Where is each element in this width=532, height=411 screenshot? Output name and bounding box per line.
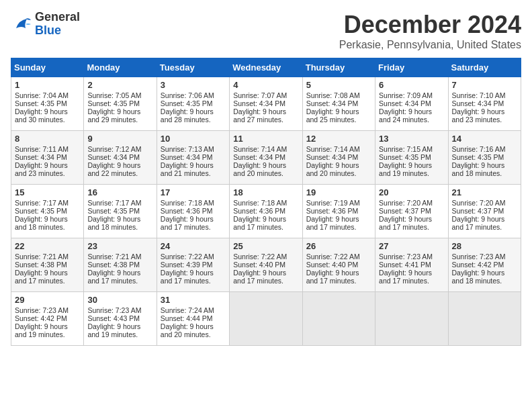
calendar-cell: 25Sunrise: 7:22 AMSunset: 4:40 PMDayligh… <box>230 238 302 292</box>
day-number: 25 <box>233 241 298 251</box>
sunrise-text: Sunrise: 7:07 AM <box>233 91 298 99</box>
page-header: General Blue December 2024 Perkasie, Pen… <box>11 11 521 51</box>
day-number: 31 <box>161 295 226 305</box>
sunrise-text: Sunrise: 7:20 AM <box>452 199 517 207</box>
sunset-text: Sunset: 4:39 PM <box>161 261 226 269</box>
day-number: 7 <box>452 80 517 90</box>
daylight-text: Daylight: 9 hours and 17 minutes. <box>161 269 226 285</box>
calendar-cell <box>230 292 302 346</box>
day-header-saturday: Saturday <box>448 58 521 77</box>
sunrise-text: Sunrise: 7:23 AM <box>379 253 444 261</box>
sunset-text: Sunset: 4:35 PM <box>161 99 226 107</box>
daylight-text: Daylight: 9 hours and 18 minutes. <box>15 215 80 231</box>
sunset-text: Sunset: 4:35 PM <box>87 99 152 107</box>
sunrise-text: Sunrise: 7:12 AM <box>87 145 152 153</box>
sunset-text: Sunset: 4:34 PM <box>306 153 371 161</box>
day-number: 22 <box>15 241 80 251</box>
daylight-text: Daylight: 9 hours and 28 minutes. <box>161 107 226 124</box>
sunrise-text: Sunrise: 7:22 AM <box>233 253 298 261</box>
calendar-cell: 16Sunrise: 7:17 AMSunset: 4:35 PMDayligh… <box>84 185 157 238</box>
calendar-cell <box>448 292 521 346</box>
sunset-text: Sunset: 4:36 PM <box>306 207 371 215</box>
day-number: 12 <box>306 134 371 144</box>
day-header-tuesday: Tuesday <box>157 58 229 77</box>
calendar-cell: 20Sunrise: 7:20 AMSunset: 4:37 PMDayligh… <box>375 185 448 238</box>
day-number: 14 <box>452 134 517 144</box>
sunset-text: Sunset: 4:34 PM <box>306 99 371 107</box>
calendar-cell: 1Sunrise: 7:04 AMSunset: 4:35 PMDaylight… <box>11 77 84 131</box>
calendar-cell: 27Sunrise: 7:23 AMSunset: 4:41 PMDayligh… <box>375 238 448 292</box>
daylight-text: Daylight: 9 hours and 18 minutes. <box>87 215 152 231</box>
calendar-cell: 9Sunrise: 7:12 AMSunset: 4:34 PMDaylight… <box>84 131 157 185</box>
logo-line2: Blue <box>35 24 61 37</box>
calendar-cell: 15Sunrise: 7:17 AMSunset: 4:35 PMDayligh… <box>11 185 84 238</box>
sunrise-text: Sunrise: 7:14 AM <box>233 145 298 153</box>
sunset-text: Sunset: 4:42 PM <box>452 261 517 269</box>
sunset-text: Sunset: 4:34 PM <box>379 99 444 107</box>
calendar-cell: 8Sunrise: 7:11 AMSunset: 4:34 PMDaylight… <box>11 131 84 185</box>
daylight-text: Daylight: 9 hours and 17 minutes. <box>15 269 80 285</box>
daylight-text: Daylight: 9 hours and 17 minutes. <box>233 215 298 231</box>
sunrise-text: Sunrise: 7:15 AM <box>379 145 444 153</box>
daylight-text: Daylight: 9 hours and 17 minutes. <box>379 215 444 231</box>
calendar-cell: 31Sunrise: 7:24 AMSunset: 4:44 PMDayligh… <box>157 292 229 346</box>
calendar-week-1: 1Sunrise: 7:04 AMSunset: 4:35 PMDaylight… <box>11 77 521 131</box>
calendar-cell <box>302 292 375 346</box>
day-number: 27 <box>379 241 444 251</box>
daylight-text: Daylight: 9 hours and 19 minutes. <box>87 322 152 338</box>
daylight-text: Daylight: 9 hours and 19 minutes. <box>379 161 444 177</box>
day-number: 16 <box>87 187 152 197</box>
calendar-cell: 10Sunrise: 7:13 AMSunset: 4:34 PMDayligh… <box>157 131 229 185</box>
daylight-text: Daylight: 9 hours and 22 minutes. <box>87 161 152 177</box>
day-number: 3 <box>161 80 226 90</box>
day-header-friday: Friday <box>375 58 448 77</box>
calendar-cell: 17Sunrise: 7:18 AMSunset: 4:36 PMDayligh… <box>157 185 229 238</box>
day-number: 24 <box>161 241 226 251</box>
logo-bird-icon <box>11 15 32 34</box>
calendar-cell: 11Sunrise: 7:14 AMSunset: 4:34 PMDayligh… <box>230 131 302 185</box>
calendar-cell: 5Sunrise: 7:08 AMSunset: 4:34 PMDaylight… <box>302 77 375 131</box>
sunset-text: Sunset: 4:37 PM <box>379 207 444 215</box>
sunset-text: Sunset: 4:44 PM <box>161 314 226 322</box>
sunset-text: Sunset: 4:36 PM <box>161 207 226 215</box>
day-number: 4 <box>233 80 298 90</box>
daylight-text: Daylight: 9 hours and 20 minutes. <box>233 161 298 177</box>
sunset-text: Sunset: 4:37 PM <box>452 207 517 215</box>
day-number: 2 <box>87 80 152 90</box>
daylight-text: Daylight: 9 hours and 17 minutes. <box>379 269 444 285</box>
sunset-text: Sunset: 4:41 PM <box>379 261 444 269</box>
day-number: 30 <box>87 295 152 305</box>
sunset-text: Sunset: 4:42 PM <box>15 314 80 322</box>
calendar-cell: 14Sunrise: 7:16 AMSunset: 4:35 PMDayligh… <box>448 131 521 185</box>
day-number: 21 <box>452 187 517 197</box>
sunrise-text: Sunrise: 7:06 AM <box>161 91 226 99</box>
sunrise-text: Sunrise: 7:05 AM <box>87 91 152 99</box>
daylight-text: Daylight: 9 hours and 23 minutes. <box>15 161 80 177</box>
sunrise-text: Sunrise: 7:21 AM <box>87 253 152 261</box>
day-number: 1 <box>15 80 80 90</box>
logo-text: General Blue <box>35 11 80 38</box>
sunrise-text: Sunrise: 7:16 AM <box>452 145 517 153</box>
sunset-text: Sunset: 4:36 PM <box>233 207 298 215</box>
day-number: 6 <box>379 80 444 90</box>
daylight-text: Daylight: 9 hours and 20 minutes. <box>161 322 226 338</box>
daylight-text: Daylight: 9 hours and 29 minutes. <box>87 107 152 124</box>
daylight-text: Daylight: 9 hours and 20 minutes. <box>306 161 371 177</box>
day-number: 8 <box>15 134 80 144</box>
sunset-text: Sunset: 4:35 PM <box>15 207 80 215</box>
month-title: December 2024 <box>339 11 521 39</box>
day-number: 26 <box>306 241 371 251</box>
calendar-cell: 13Sunrise: 7:15 AMSunset: 4:35 PMDayligh… <box>375 131 448 185</box>
calendar-cell: 6Sunrise: 7:09 AMSunset: 4:34 PMDaylight… <box>375 77 448 131</box>
daylight-text: Daylight: 9 hours and 30 minutes. <box>15 107 80 124</box>
calendar-cell <box>375 292 448 346</box>
daylight-text: Daylight: 9 hours and 19 minutes. <box>15 322 80 338</box>
sunrise-text: Sunrise: 7:21 AM <box>15 253 80 261</box>
calendar-week-4: 22Sunrise: 7:21 AMSunset: 4:38 PMDayligh… <box>11 238 521 292</box>
calendar-cell: 30Sunrise: 7:23 AMSunset: 4:43 PMDayligh… <box>84 292 157 346</box>
daylight-text: Daylight: 9 hours and 17 minutes. <box>233 269 298 285</box>
daylight-text: Daylight: 9 hours and 24 minutes. <box>379 107 444 124</box>
calendar-header-row: SundayMondayTuesdayWednesdayThursdayFrid… <box>11 58 521 77</box>
logo-line1: General <box>35 11 80 24</box>
sunset-text: Sunset: 4:38 PM <box>87 261 152 269</box>
